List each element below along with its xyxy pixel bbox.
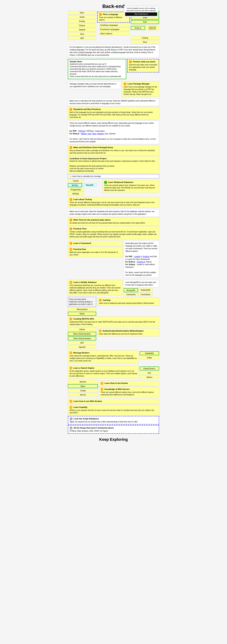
- step10-num: 10: [70, 248, 72, 251]
- beginners-info: For the beginners, if you are just getti…: [68, 44, 159, 58]
- step13-num: 13: [70, 318, 72, 320]
- step3-section: Package managers help you bring external…: [68, 80, 159, 98]
- step11-num: 11: [70, 281, 72, 284]
- step14-num: 14: [99, 330, 102, 332]
- lang-golang: Golang: [131, 36, 159, 40]
- step11-right: Learn MongoDB for now but make sure to l…: [124, 279, 159, 296]
- step13-title: 13 Creating RESTful APIs: [70, 318, 158, 320]
- step9-box: 9 Learn a Framework: [68, 241, 123, 246]
- step3-right: 3 Learn Package Manager Learn how to use…: [122, 80, 159, 98]
- relational-db-num: 8: [104, 181, 107, 184]
- step18-num: 18: [100, 388, 104, 391]
- pkg-manager-info: Package managers help you bring external…: [68, 81, 121, 89]
- server-msiis: MS IIS: [68, 393, 98, 396]
- nosql-mongodb: MongoDB: [124, 288, 138, 292]
- cache-redis: Redis: [68, 312, 96, 316]
- step5b-box: Contribute to Some Opensource Project Se…: [68, 156, 159, 174]
- step15-num: 15: [70, 352, 72, 354]
- step16-section: 16 Learn a Search Engine As the applicat…: [68, 365, 159, 379]
- step12-right: 12 Caching Learn how to implement app le…: [97, 297, 159, 306]
- db-postgresql: PostgreSQL: [68, 188, 84, 192]
- step3-desc: Learn how to use package manager for the…: [124, 86, 158, 96]
- step2-left: Sample Ideas Implement some command that…: [68, 58, 126, 80]
- step6-row: 6 Learn about Testing There are several …: [68, 196, 159, 208]
- step6-num: 6: [70, 198, 72, 201]
- lang-java: Java: [68, 32, 96, 36]
- step15-section: 15 Message Brokers Learn about the messa…: [68, 350, 159, 364]
- server-apache: Apache: [68, 380, 98, 384]
- step12-left: Once you have learnt, implement caching …: [68, 297, 96, 316]
- step22-title: 22 All the things that weren't mentioned…: [70, 426, 157, 430]
- step13-desc: Understand REST and learn how to make RE…: [70, 321, 158, 326]
- step10-box: 10 Practical time Make the same applicat…: [68, 247, 123, 257]
- db-mariadb: MariaDB: [82, 183, 97, 187]
- step5b-desc: Search for some projects on github and o…: [70, 160, 158, 172]
- lang-scala: Scala: [68, 15, 96, 19]
- step16-desc: As the application grows, simple queries…: [70, 370, 137, 377]
- caching-note: Once you have learnt, implement caching …: [68, 297, 96, 307]
- step21-num: 21: [70, 418, 72, 420]
- lang-dotnet: .NET: [68, 36, 96, 40]
- broker-items: RabbitMQ Kafka: [140, 351, 159, 360]
- broker-rabbitmq: RabbitMQ: [140, 351, 159, 355]
- step15-title: 15 Message Brokers: [70, 352, 137, 354]
- step21-box: 21 Look into Graph Databases Again not r…: [68, 416, 159, 424]
- step11-section: 11 Learn a NoSQL Database First understa…: [68, 279, 159, 296]
- step3-num: 3: [124, 82, 126, 85]
- step17-title: 17 Learn How to Use Docker: [100, 382, 158, 385]
- step11-desc: First understand what they are, how they…: [70, 284, 121, 294]
- step14-desc: Learn about the differences and how to i…: [99, 333, 158, 335]
- web-server-items: Apache Nginx Caddy MS IIS: [68, 380, 98, 396]
- security-info: Make sure to read about the best practic…: [68, 98, 159, 106]
- relational-db-yellow: 8 Learn Relational Databases There are s…: [102, 180, 159, 193]
- server-caddy: Caddy: [68, 389, 98, 392]
- sample-ideas-box: Sample Ideas Implement some command that…: [68, 59, 126, 79]
- step1-num: 1: [99, 13, 102, 16]
- footer-title: Keep Exploring: [68, 437, 159, 442]
- db-best-practices-info: Make sure to write tests, follow the sta…: [68, 209, 159, 217]
- roadmap-url[interactable]: http://roadmap.sh: [125, 12, 157, 16]
- step20-box: 20 Learn GraphQL While it is not require…: [68, 405, 159, 415]
- step11-title: 11 Learn a NoSQL Database: [70, 281, 121, 284]
- caching-items: Memcached Redis: [68, 308, 96, 316]
- step11-box: 11 Learn a NoSQL Database First understa…: [68, 280, 123, 295]
- step2-right: 2 Practice what you learnt Exercise and …: [127, 58, 159, 73]
- nosql-options-row2: Cassandra Couchbase: [124, 293, 159, 296]
- step12-desc: Learn how to implement app level caching…: [99, 302, 158, 304]
- step7-box: 7 Write Tests for the practical steps ab…: [68, 218, 159, 226]
- step5-title: 5 Make and Distribute Some Package/Libra…: [70, 146, 158, 149]
- step7-num: 7: [70, 218, 72, 222]
- page-container: Back-end Find the detailed version of th…: [67, 0, 160, 445]
- step9-section: 9 Learn a Framework 10 Practical time Ma…: [68, 240, 159, 278]
- search-elasticsearch: ElasticSearch: [140, 366, 159, 370]
- step6-title: 6 Learn about Testing: [70, 198, 158, 201]
- step2-num: 2: [129, 60, 132, 63]
- step17-num: 17: [100, 382, 104, 385]
- nosql-rethinkdb: RethinkDB: [138, 288, 152, 292]
- search-items: ElasticSearch Solr Sphinx: [140, 366, 159, 379]
- auth-basic: Basic Authentication: [68, 332, 96, 336]
- step17-18-section: Apache Nginx Caddy MS IIS 17 Learn How t…: [68, 380, 159, 398]
- lang-nodejs: Node.js: [131, 26, 145, 30]
- step3-left: Package managers help you bring external…: [68, 80, 121, 90]
- step9-title: 9 Learn a Framework: [70, 242, 121, 245]
- step11-left: 11 Learn a NoSQL Database First understa…: [68, 279, 123, 296]
- step6-box: 6 Learn about Testing There are several …: [68, 197, 159, 208]
- step2-desc: Exercise and make some command line appl…: [129, 64, 157, 71]
- step10-title: 10 Practical time: [70, 248, 121, 251]
- step14-left: OAuth Basic Authentication Token Authent…: [68, 328, 96, 349]
- step16-num: 16: [70, 367, 72, 370]
- broker-kafka: Kafka: [140, 356, 159, 360]
- step5-desc: Now go ahead and create a package and di…: [70, 149, 158, 154]
- step18-desc: There are several different options here…: [100, 391, 158, 396]
- nosql-options-row1: MongoDB RethinkDB: [124, 288, 159, 292]
- db-oracle: Oracle: [68, 179, 84, 182]
- step15-left: 15 Message Brokers Learn about the messa…: [68, 350, 138, 364]
- lang-categories: Scripting Languages Functional Languages…: [97, 23, 130, 35]
- lang-rust: Rust: [131, 40, 159, 44]
- step3-title: 3 Learn Package Manager: [124, 82, 158, 85]
- step22-desc: Profiling, Static Analysis, DDD, SOAP. G…: [70, 430, 157, 432]
- step3-box: 3 Learn Package Manager Learn how to use…: [122, 81, 159, 97]
- roadmap-link-box: Find the detailed version of this roadma…: [124, 6, 158, 17]
- step9-left: 9 Learn a Framework 10 Practical time Ma…: [68, 240, 123, 258]
